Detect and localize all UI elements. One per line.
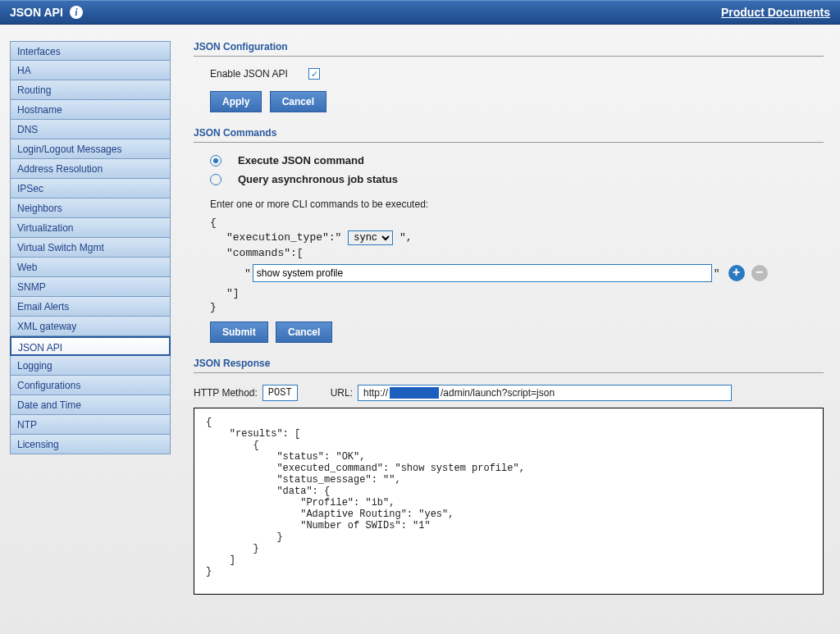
exec-type-prefix: "execution_type":" — [226, 231, 348, 244]
sidebar-item-logging[interactable]: Logging — [10, 356, 171, 376]
http-method-value: POST — [262, 385, 298, 401]
sidebar-item-date-and-time[interactable]: Date and Time — [10, 395, 171, 415]
brace-open: { — [210, 217, 824, 229]
sidebar-item-login-logout-messages[interactable]: Login/Logout Messages — [10, 139, 171, 159]
radio-query-row: Query asynchronous job status — [194, 173, 824, 185]
exec-type-suffix: ", — [399, 231, 413, 244]
url-label: URL: — [331, 387, 353, 399]
submit-button[interactable]: Submit — [210, 322, 268, 343]
info-icon[interactable]: i — [70, 6, 83, 19]
sidebar: InterfacesHARoutingHostnameDNSLogin/Logo… — [10, 41, 171, 595]
page-title: JSON API i — [10, 6, 83, 19]
radio-execute-label: Execute JSON command — [238, 154, 364, 166]
sidebar-item-licensing[interactable]: Licensing — [10, 435, 171, 454]
url-prefix: http:// — [363, 387, 388, 399]
command-buttons: Submit Cancel — [194, 322, 824, 343]
sidebar-item-xml-gateway[interactable]: XML gateway — [10, 317, 171, 336]
section-json-commands: JSON Commands — [194, 127, 824, 143]
config-buttons: Apply Cancel — [194, 91, 824, 112]
sidebar-item-hostname[interactable]: Hostname — [10, 100, 171, 120]
command-input-row: " " + − — [210, 264, 824, 282]
product-documents-link[interactable]: Product Documents — [721, 6, 830, 19]
sidebar-item-snmp[interactable]: SNMP — [10, 277, 171, 297]
apply-button[interactable]: Apply — [210, 91, 262, 112]
sidebar-item-configurations[interactable]: Configurations — [10, 376, 171, 395]
sidebar-item-ipsec[interactable]: IPSec — [10, 179, 171, 198]
enable-json-row: Enable JSON API ✓ — [194, 68, 824, 80]
sidebar-item-ha[interactable]: HA — [10, 61, 171, 80]
radio-query-label: Query asynchronous job status — [238, 173, 398, 185]
enable-json-checkbox[interactable]: ✓ — [308, 68, 320, 80]
page-title-text: JSON API — [10, 6, 63, 19]
commands-close: "] — [210, 287, 824, 299]
response-meta-row: HTTP Method: POST URL: http:// /admin/la… — [194, 385, 824, 401]
add-command-icon[interactable]: + — [728, 265, 745, 281]
sidebar-item-ntp[interactable]: NTP — [10, 415, 171, 435]
main-content: JSON Configuration Enable JSON API ✓ App… — [171, 41, 840, 595]
http-method-label: HTTP Method: — [194, 387, 258, 399]
command-prompt: Enter one or more CLI commands to be exe… — [210, 198, 824, 210]
sidebar-item-json-api[interactable]: JSON API — [10, 336, 171, 356]
url-redacted — [390, 387, 439, 399]
sidebar-item-address-resolution[interactable]: Address Resolution — [10, 159, 171, 179]
url-suffix: /admin/launch?script=json — [441, 387, 555, 399]
url-value: http:// /admin/launch?script=json — [358, 385, 732, 401]
radio-execute[interactable] — [210, 155, 221, 166]
command-input[interactable] — [253, 264, 712, 282]
response-body: { "results": [ { "status": "OK", "execut… — [194, 408, 824, 595]
cancel-config-button[interactable]: Cancel — [270, 91, 326, 112]
sidebar-item-routing[interactable]: Routing — [10, 80, 171, 100]
command-block: Enter one or more CLI commands to be exe… — [194, 198, 824, 313]
top-bar: JSON API i Product Documents — [0, 0, 840, 25]
quote-open: " — [244, 267, 251, 280]
section-json-configuration: JSON Configuration — [194, 41, 824, 57]
sidebar-item-email-alerts[interactable]: Email Alerts — [10, 297, 171, 317]
cancel-command-button[interactable]: Cancel — [276, 322, 332, 343]
sidebar-item-virtual-switch-mgmt[interactable]: Virtual Switch Mgmt — [10, 238, 171, 258]
execution-type-select[interactable]: sync — [348, 230, 393, 245]
sidebar-item-neighbors[interactable]: Neighbors — [10, 198, 171, 218]
exec-type-line: "execution_type":" sync ", — [210, 230, 824, 245]
section-json-response: JSON Response — [194, 358, 824, 373]
radio-execute-row: Execute JSON command — [194, 154, 824, 166]
sidebar-item-dns[interactable]: DNS — [10, 120, 171, 139]
radio-query[interactable] — [210, 174, 221, 185]
enable-json-label: Enable JSON API — [210, 68, 308, 80]
remove-command-icon: − — [751, 265, 768, 281]
brace-close: } — [210, 301, 824, 313]
commands-open: "commands":[ — [210, 247, 824, 259]
sidebar-item-interfaces[interactable]: Interfaces — [10, 41, 171, 61]
quote-close: " — [714, 267, 720, 280]
sidebar-item-virtualization[interactable]: Virtualization — [10, 218, 171, 238]
sidebar-item-web[interactable]: Web — [10, 258, 171, 277]
